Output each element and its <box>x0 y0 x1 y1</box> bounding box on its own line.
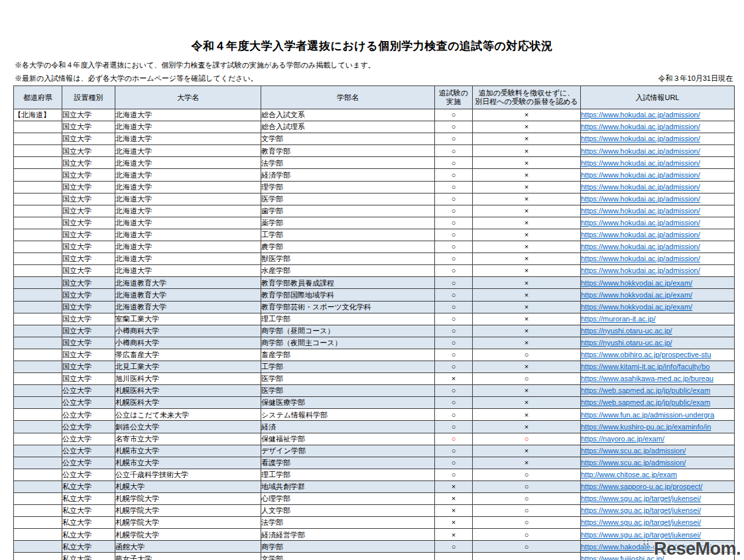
makeup-cell: ○ <box>435 277 473 289</box>
url-cell: https://www.sgu.ac.jp/target/jukensei/ <box>581 517 735 529</box>
table-row: 国立大学帯広畜産大学畜産学部○○https://www.obihiro.ac.j… <box>14 349 735 361</box>
admission-info-link[interactable]: https://www.scu.ac.jp/admission/ <box>581 447 686 455</box>
univ-cell: 札幌市立大学 <box>115 457 261 469</box>
makeup-cell: ○ <box>435 349 473 361</box>
admission-info-link[interactable]: https://www.hokudai.ac.jp/admission/ <box>581 266 700 274</box>
header-faculty-name: 学部名 <box>261 86 435 109</box>
note-listed-faculties: ※各大学の令和４年度入学者選抜において、個別学力検査を課す試験の実施がある学部の… <box>15 60 375 70</box>
admission-info-link[interactable]: https://nyushi.otaru-uc.ac.jp/ <box>581 327 672 335</box>
admission-info-link[interactable]: https://nayoro.ac.jp/exam/ <box>581 435 664 443</box>
url-cell: https://www.obihiro.ac.jp/prospective-st… <box>581 349 735 361</box>
admission-info-link[interactable]: https://www.hokudai.ac.jp/admission/ <box>581 195 700 203</box>
type-cell: 公立大学 <box>62 445 115 457</box>
url-cell: https://www.hokkyodai.ac.jp/exam/ <box>581 277 735 289</box>
admission-info-link[interactable]: https://www.hokudai.ac.jp/admission/ <box>581 243 700 251</box>
makeup-cell: × <box>435 529 473 541</box>
makeup-cell: ○ <box>435 541 473 553</box>
admission-info-link[interactable]: https://www.fujijoshi.ac.jp/ <box>581 555 664 560</box>
type-cell: 公立大学 <box>62 385 115 397</box>
univ-cell: 札幌医科大学 <box>115 397 261 409</box>
url-cell: https://www.hokudai.ac.jp/admission/ <box>581 181 735 193</box>
admission-info-link[interactable]: https://www.sgu.ac.jp/target/jukensei/ <box>581 494 701 502</box>
admission-info-link[interactable]: https://www.fun.ac.jp/admission-undergra <box>581 411 714 419</box>
admission-info-link[interactable]: https://www.hokudai.ac.jp/admission/ <box>581 111 700 119</box>
url-cell: https://www.hokudai.ac.jp/admission/ <box>581 169 735 181</box>
transfer-cell: × <box>473 361 581 372</box>
admission-info-link[interactable]: https://www.sgu.ac.jp/target/jukensei/ <box>581 506 701 514</box>
admission-info-link[interactable]: https://www.hokudai.ac.jp/admission/ <box>581 254 700 262</box>
pref-cell <box>14 301 62 313</box>
pref-cell <box>14 409 62 421</box>
faculty-cell: 農学部 <box>261 241 435 253</box>
admission-info-link[interactable]: https://www.kitami-it.ac.jp/info/faculty… <box>581 363 710 370</box>
univ-cell: 札幌医科大学 <box>115 385 261 397</box>
admission-info-link[interactable]: https://www.hokudai.ac.jp/admission/ <box>581 183 700 191</box>
admission-info-link[interactable]: https://nyushi.otaru-uc.ac.jp/ <box>581 339 672 347</box>
table-row: 国立大学北海道大学総合入試理系○×https://www.hokudai.ac.… <box>14 121 735 133</box>
type-cell: 私立大学 <box>62 529 115 541</box>
pref-cell <box>14 121 62 133</box>
table-row: 私立大学札幌学院大学法学部×○https://www.sgu.ac.jp/tar… <box>14 517 735 529</box>
header-admission-info-url: 入試情報URL <box>581 86 735 109</box>
admission-info-link[interactable]: https://muroran-it.ac.jp/ <box>581 315 656 323</box>
url-cell: https://web.sapmed.ac.jp/jp/public/exam <box>581 385 735 397</box>
table-row: 国立大学北見工業大学工学部○×https://www.kitami-it.ac.… <box>14 361 735 372</box>
admission-info-link[interactable]: https://www.hokudai.ac.jp/admission/ <box>581 135 700 142</box>
transfer-cell: ○ <box>473 493 581 505</box>
faculty-cell: デザイン学部 <box>261 445 435 457</box>
url-cell: https://www.kushiro-pu.ac.jp/examinfo/in <box>581 421 735 433</box>
makeup-cell: ○ <box>435 253 473 265</box>
table-row: 国立大学北海道教育大学教育学部芸術・スポーツ文化学科○×https://www.… <box>14 301 735 313</box>
admission-info-link[interactable]: https://www.sgu.ac.jp/target/jukensei/ <box>581 518 701 526</box>
admission-info-link[interactable]: https://www.kushiro-pu.ac.jp/examinfo/in <box>581 423 711 431</box>
admission-info-link[interactable]: https://www.hokudai.ac.jp/admission/ <box>581 231 700 239</box>
pref-cell <box>14 445 62 457</box>
admission-info-link[interactable]: https://www.sapporo-u.ac.jp/prospect/ <box>581 482 702 490</box>
type-cell: 公立大学 <box>62 409 115 421</box>
transfer-cell: ○ <box>473 373 581 385</box>
faculty-cell: システム情報科学部 <box>261 409 435 421</box>
admission-info-link[interactable]: https://www.sgu.ac.jp/target/jukensei/ <box>581 531 701 539</box>
univ-cell: 北海道大学 <box>115 253 261 265</box>
transfer-cell: × <box>473 421 581 433</box>
type-cell: 国立大学 <box>62 157 115 169</box>
transfer-cell: × <box>473 229 581 241</box>
url-cell: http://www.chitose.ac.jp/exam <box>581 469 735 480</box>
pref-cell <box>14 529 62 541</box>
faculty-cell: 理学部 <box>261 181 435 193</box>
admission-info-link[interactable]: http://www.chitose.ac.jp/exam <box>581 471 677 478</box>
pref-cell <box>14 181 62 193</box>
admission-info-link[interactable]: https://www.hokudai.ac.jp/admission/ <box>581 171 700 179</box>
type-cell: 国立大学 <box>62 241 115 253</box>
admission-info-link[interactable]: https://web.sapmed.ac.jp/jp/public/exam <box>581 386 710 394</box>
admission-info-link[interactable]: https://www.hokudai.ac.jp/admission/ <box>581 123 700 131</box>
transfer-cell: × <box>473 205 581 217</box>
admission-info-link[interactable]: https://web.sapmed.ac.jp/jp/public/exam <box>581 398 710 406</box>
url-cell: https://www.scu.ac.jp/admission/ <box>581 445 735 457</box>
admission-info-link[interactable]: https://www.hokkyodai.ac.jp/exam/ <box>581 279 692 287</box>
faculty-cell: 理工学部 <box>261 469 435 480</box>
url-cell: https://www.hokudai.ac.jp/admission/ <box>581 109 735 121</box>
admission-info-link[interactable]: https://www.hokudai.ac.jp/admission/ <box>581 147 700 155</box>
admission-info-link[interactable]: https://www.asahikawa-med.ac.jp/bureau <box>581 374 713 382</box>
admission-info-link[interactable]: https://www.hokkyodai.ac.jp/exam/ <box>581 303 692 311</box>
url-cell: https://www.hokudai.ac.jp/admission/ <box>581 145 735 157</box>
pref-cell <box>14 289 62 301</box>
admission-info-link[interactable]: https://www.hokudai.ac.jp/admission/ <box>581 219 700 227</box>
admission-info-link[interactable]: https://www.hokudai.ac.jp/admission/ <box>581 207 700 215</box>
admission-info-link[interactable]: https://www.hokkyodai.ac.jp/exam/ <box>581 291 692 299</box>
pref-cell <box>14 517 62 529</box>
admission-info-link[interactable]: https://www.scu.ac.jp/admission/ <box>581 459 686 467</box>
faculty-cell: 工学部 <box>261 361 435 372</box>
pref-cell <box>14 480 62 492</box>
transfer-cell: ○ <box>473 505 581 517</box>
table-row: 公立大学釧路公立大学経済○×https://www.kushiro-pu.ac.… <box>14 421 735 433</box>
admission-info-link[interactable]: https://www.hokudai.ac.jp/admission/ <box>581 159 700 167</box>
table-row: 私立大学函館大学商学部○○https://www.hakodate-u.ac.j… <box>14 541 735 553</box>
type-cell: 国立大学 <box>62 253 115 265</box>
admission-info-link[interactable]: https://www.obihiro.ac.jp/prospective-st… <box>581 351 711 359</box>
table-row: 国立大学北海道大学農学部○×https://www.hokudai.ac.jp/… <box>14 241 735 253</box>
type-cell: 私立大学 <box>62 493 115 505</box>
faculty-cell: 獣医学部 <box>261 253 435 265</box>
univ-cell: 北海道大学 <box>115 169 261 181</box>
